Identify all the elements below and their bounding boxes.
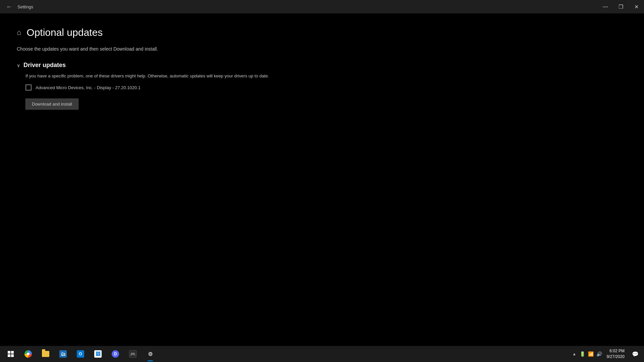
taskbar-discord[interactable]: D xyxy=(107,346,123,362)
page-title: Optional updates xyxy=(26,27,103,38)
epic-icon: 🎮 xyxy=(129,350,137,358)
home-icon: ⌂ xyxy=(17,28,21,37)
wifi-icon[interactable]: 📶 xyxy=(588,351,594,357)
photos-icon: 🖼 xyxy=(94,350,102,358)
notification-center-button[interactable]: 💬 xyxy=(629,346,641,362)
clock-date: 9/27/2020 xyxy=(607,354,625,360)
chevron-down-icon: ∨ xyxy=(17,63,20,68)
taskbar-chrome[interactable] xyxy=(20,346,36,362)
volume-icon[interactable]: 🔊 xyxy=(596,351,602,357)
driver-item: Advanced Micro Devices, Inc. - Display -… xyxy=(25,84,627,90)
taskbar-left: 🗂 O 🖼 D 🎮 xyxy=(3,346,158,362)
section-title: Driver updates xyxy=(23,62,66,69)
show-hidden-icons-button[interactable]: ▲ xyxy=(571,352,578,356)
main-content: ⌂ Optional updates Choose the updates yo… xyxy=(0,13,644,123)
windows-icon xyxy=(8,351,14,357)
chrome-icon xyxy=(24,350,32,358)
page-header: ⌂ Optional updates xyxy=(17,27,627,38)
folder-icon xyxy=(42,351,49,357)
download-install-button[interactable]: Download and install xyxy=(25,99,78,110)
section-header[interactable]: ∨ Driver updates xyxy=(17,62,627,69)
driver-updates-section: ∨ Driver updates If you have a specific … xyxy=(17,62,627,110)
taskbar: 🗂 O 🖼 D 🎮 xyxy=(0,346,644,362)
title-bar-controls: — ❐ ✕ xyxy=(598,0,644,13)
explorer2-icon: 🗂 xyxy=(59,350,67,358)
driver-label: Advanced Micro Devices, Inc. - Display -… xyxy=(36,85,141,90)
restore-button[interactable]: ❐ xyxy=(613,0,629,13)
title-bar-title: Settings xyxy=(17,4,33,9)
start-button[interactable] xyxy=(3,346,19,362)
clock-time: 6:02 PM xyxy=(607,348,625,354)
settings-taskbar-icon: ⚙ xyxy=(147,350,154,358)
page-subtitle: Choose the updates you want and then sel… xyxy=(17,46,627,52)
discord-icon: D xyxy=(112,350,119,358)
driver-checkbox[interactable] xyxy=(25,84,32,90)
battery-icon[interactable]: 🔋 xyxy=(580,351,585,357)
minimize-button[interactable]: — xyxy=(598,0,613,13)
taskbar-outlook[interactable]: O xyxy=(72,346,89,362)
title-bar-left: ← Settings xyxy=(4,2,33,12)
back-button[interactable]: ← xyxy=(4,2,14,12)
system-tray: 🔋 📶 🔊 xyxy=(580,351,602,357)
taskbar-right: ▲ 🔋 📶 🔊 6:02 PM 9/27/2020 💬 xyxy=(571,346,641,362)
section-description: If you have a specific problem, one of t… xyxy=(25,73,627,78)
clock-area[interactable]: 6:02 PM 9/27/2020 xyxy=(604,348,627,360)
title-bar: ← Settings — ❐ ✕ xyxy=(0,0,644,13)
taskbar-file-explorer[interactable] xyxy=(38,346,54,362)
taskbar-photos[interactable]: 🖼 xyxy=(90,346,106,362)
taskbar-settings[interactable]: ⚙ xyxy=(142,346,158,362)
taskbar-explorer2[interactable]: 🗂 xyxy=(55,346,71,362)
outlook-icon: O xyxy=(77,350,84,358)
close-button[interactable]: ✕ xyxy=(629,0,644,13)
taskbar-epic[interactable]: 🎮 xyxy=(125,346,141,362)
